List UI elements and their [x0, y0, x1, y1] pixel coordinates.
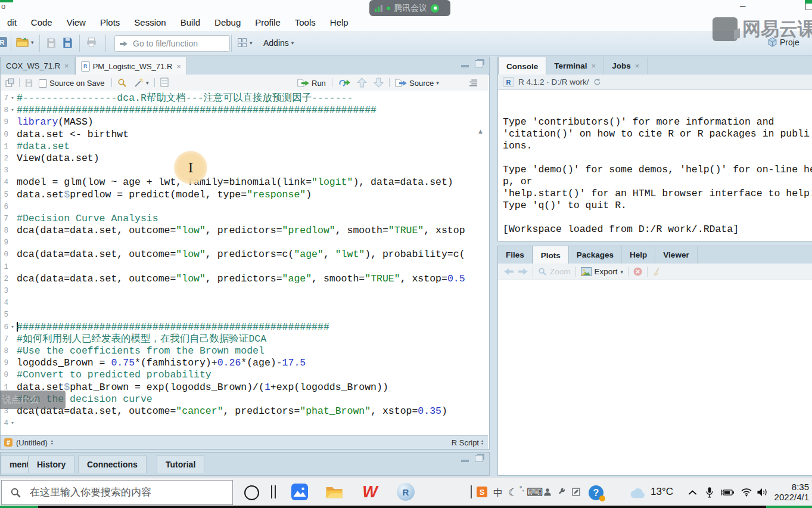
close-tab-icon[interactable]: × [176, 62, 181, 71]
taskbar-search-box[interactable] [1, 480, 233, 505]
plot-back-button[interactable] [504, 268, 514, 275]
code-line[interactable]: 7▾#----------------dca.R帮助文档---注意可以直接放预测… [1, 92, 488, 104]
run-button[interactable]: Run [297, 78, 326, 88]
moon-icon[interactable]: ☾ [508, 487, 517, 499]
code-line[interactable]: 1#data.set [1, 141, 488, 153]
rerun-button[interactable] [338, 79, 351, 87]
code-tools-wand-icon[interactable]: ▾ [134, 78, 149, 88]
menu-code[interactable]: Code [24, 17, 60, 27]
taskbar-search-input[interactable] [29, 486, 210, 499]
soft-keyboard-icon[interactable]: ⌨ [527, 485, 543, 499]
tab-console[interactable]: Console [498, 57, 546, 75]
addins-button[interactable]: Addins▾ [263, 38, 294, 48]
task-view-icon[interactable] [271, 485, 272, 498]
minimize-pane-icon[interactable] [461, 65, 469, 67]
clear-plots-button[interactable] [652, 267, 662, 277]
source-up-button[interactable] [357, 78, 367, 88]
user-icon[interactable] [543, 488, 552, 496]
menu-help[interactable]: Help [323, 17, 356, 27]
menu-build[interactable]: Build [173, 17, 207, 27]
close-tab-icon[interactable]: × [64, 61, 69, 70]
document-name[interactable]: (Untitled) [16, 438, 48, 447]
edit-icon[interactable] [572, 488, 580, 496]
tab-tutorial[interactable]: Tutorial [157, 455, 204, 473]
tab-terminal[interactable]: Terminal× [546, 57, 604, 75]
find-replace-icon[interactable] [117, 78, 127, 88]
fold-marker-icon[interactable]: ▾ [8, 104, 17, 116]
menu-view[interactable]: View [60, 17, 93, 27]
fold-marker-icon[interactable]: ▾ [8, 92, 17, 104]
meeting-floating-bar[interactable]: 腾讯会议 [369, 0, 450, 16]
editor-tab-COX_WS_71.R[interactable]: COX_WS_71.R× [1, 57, 75, 75]
menu-profile[interactable]: Profile [248, 17, 288, 27]
taskbar-app-wps[interactable]: W [361, 483, 379, 501]
maximize-pane-icon[interactable] [475, 455, 483, 462]
zoom-plot-button[interactable]: Zoom [538, 267, 571, 276]
code-line[interactable]: 6 [1, 201, 488, 213]
console-output[interactable]: Type 'contributors()' for more informati… [498, 90, 812, 241]
wrench-icon[interactable] [558, 488, 566, 496]
ime-language-icon[interactable]: 中 [493, 487, 503, 500]
fold-marker-icon[interactable]: ▾ [8, 321, 17, 333]
code-line[interactable]: 9 [1, 237, 488, 249]
code-line[interactable]: 0#Convert to predicted probability [1, 369, 488, 381]
tab-plots[interactable]: Plots [533, 246, 569, 264]
code-line[interactable]: 5data.set$predlow = predict(model, type=… [1, 189, 488, 201]
code-line[interactable]: 6▾######################################… [1, 321, 488, 333]
fold-marker-icon[interactable]: ▾ [8, 417, 17, 429]
code-line[interactable]: 3dca(data=data.set, outcome="cancer", pr… [1, 405, 488, 417]
tab-packages[interactable]: Packages [569, 246, 622, 264]
remove-plot-button[interactable] [633, 267, 642, 276]
code-line[interactable]: 0data.set <- birthwt [1, 129, 488, 141]
goto-input[interactable] [132, 38, 217, 49]
code-line[interactable]: 9logodds_Brown = 0.75*(famhistory)+0.26*… [1, 357, 488, 369]
file-type-spinner[interactable]: ▴▾ [481, 439, 483, 445]
code-line[interactable]: 3 [1, 165, 488, 176]
source-down-button[interactable] [374, 78, 384, 88]
code-line[interactable]: 8dca(data=data.set, outcome="low", predi… [1, 225, 488, 237]
menu-session[interactable]: Session [127, 17, 173, 27]
code-line[interactable]: 4model = glm(low ~ age + lwt, family=bin… [1, 176, 488, 188]
code-line[interactable]: 7#如何利用别人已经发表的模型，在我们自己数据验证DCA [1, 333, 488, 345]
code-editor[interactable]: 7▾#----------------dca.R帮助文档---注意可以直接放预测… [1, 91, 488, 435]
code-line[interactable]: 2View(data.set) [1, 153, 488, 165]
close-tab-icon[interactable]: × [592, 61, 596, 70]
tab-help[interactable]: Help [622, 246, 655, 264]
taskbar-app-rstudio[interactable]: R [397, 483, 415, 501]
window-maximize-button[interactable] [805, 3, 812, 10]
document-outline-icon[interactable] [469, 79, 478, 86]
refresh-icon[interactable] [593, 78, 601, 86]
tab-connections[interactable]: Connections [78, 455, 147, 473]
code-line[interactable]: 7#Decision Curve Analysis [1, 213, 488, 225]
plot-forward-button[interactable] [518, 268, 528, 275]
menu-plots[interactable]: Plots [93, 17, 127, 27]
print-button[interactable] [86, 37, 97, 48]
tray-expand-chevron-icon[interactable] [688, 490, 697, 495]
save-all-button[interactable] [62, 36, 73, 48]
document-selector-spinner[interactable]: ▴▾ [51, 439, 53, 445]
code-line[interactable]: 0dca(data=data.set, outcome="low", predi… [1, 249, 488, 261]
file-type-label[interactable]: R Script [452, 438, 479, 447]
save-button[interactable] [46, 37, 57, 48]
code-line[interactable]: 2#Run the decision curve [1, 394, 488, 405]
cortana-icon[interactable] [244, 485, 259, 500]
code-line[interactable]: 8#Use the coefficients from the Brown mo… [1, 345, 488, 357]
maximize-pane-icon[interactable] [475, 60, 483, 67]
task-view-icon[interactable] [275, 485, 276, 498]
meeting-camera-icon[interactable] [431, 4, 439, 13]
code-line[interactable]: 1 [1, 261, 488, 273]
save-button[interactable] [24, 78, 33, 87]
tab-files[interactable]: Files [498, 246, 533, 264]
ime-sogou-icon[interactable]: S [477, 487, 487, 497]
wifi-icon[interactable] [741, 488, 752, 497]
taskbar-app-file-explorer[interactable] [325, 483, 343, 501]
workspace-panes-button[interactable]: ▾ [237, 38, 253, 48]
scroll-up-arrow[interactable]: ▲ [477, 128, 484, 135]
weather-cloud-icon[interactable] [629, 488, 647, 498]
open-file-button[interactable]: ▾ [16, 37, 34, 47]
code-line[interactable]: 2dca(data=data.set, outcome="low", predi… [1, 273, 488, 285]
new-file-icon[interactable]: R [0, 37, 7, 47]
source-on-save-checkbox[interactable]: Source on Save [39, 79, 105, 88]
menu-debug[interactable]: Debug [207, 17, 248, 27]
popout-icon[interactable] [5, 78, 14, 87]
